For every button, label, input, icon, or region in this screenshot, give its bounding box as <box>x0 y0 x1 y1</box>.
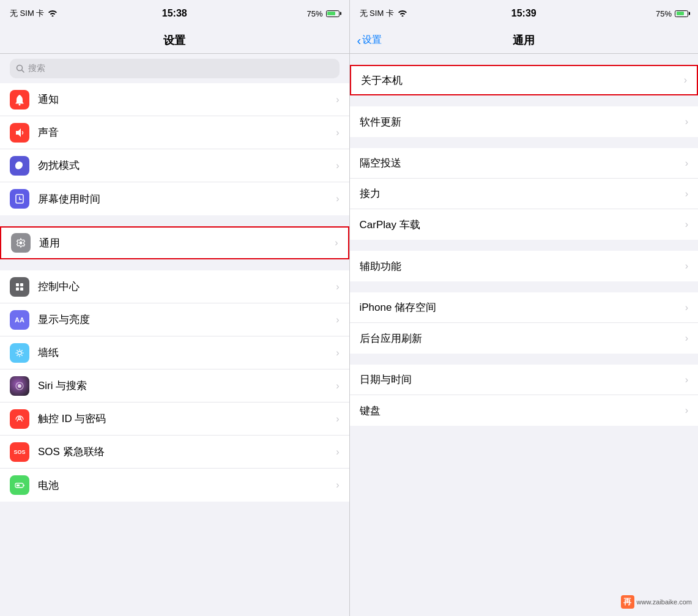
svg-line-1 <box>22 70 24 73</box>
right-item-handoff[interactable]: 接力 › <box>350 179 699 209</box>
wallpaper-icon <box>10 343 29 363</box>
settings-item-dnd[interactable]: 勿扰模式 › <box>0 149 349 182</box>
left-phone-panel: 无 SIM 卡 15:38 75% 设置 搜索 <box>0 0 349 616</box>
settings-item-siri[interactable]: Siri 与搜索 › <box>0 369 349 403</box>
right-item-keyboard[interactable]: 键盘 › <box>350 395 699 426</box>
screentime-icon <box>10 189 29 209</box>
right-section-4: 辅助功能 › <box>350 251 699 281</box>
carplay-chevron: › <box>685 219 688 230</box>
display-label: 显示与亮度 <box>38 313 332 327</box>
carplay-label: CarPlay 车载 <box>360 218 685 232</box>
keyboard-chevron: › <box>685 405 688 416</box>
svg-rect-8 <box>16 283 19 286</box>
back-chevron-icon: ‹ <box>357 34 362 46</box>
left-nav-bar: 设置 <box>0 27 349 54</box>
back-button[interactable]: ‹ 设置 <box>357 34 382 46</box>
right-item-about[interactable]: 关于本机 › <box>350 65 699 95</box>
right-divider-5 <box>350 354 699 365</box>
right-wifi-icon <box>398 9 407 18</box>
sos-chevron: › <box>336 447 339 458</box>
right-divider-4 <box>350 281 699 292</box>
accessibility-label: 辅助功能 <box>360 259 685 273</box>
siri-chevron: › <box>336 380 339 391</box>
controlcenter-icon <box>10 277 29 297</box>
general-icon <box>11 233 31 253</box>
left-search-placeholder: 搜索 <box>28 63 45 74</box>
airdrop-chevron: › <box>685 158 688 169</box>
watermark-icon: 再 <box>621 595 634 609</box>
right-item-update[interactable]: 软件更新 › <box>350 106 699 137</box>
right-content: 关于本机 › 软件更新 › 隔空投送 › 接力 › CarPlay 车载 <box>350 54 699 616</box>
right-status-left: 无 SIM 卡 <box>360 8 407 19</box>
dnd-icon <box>10 156 29 176</box>
svg-rect-11 <box>20 288 23 291</box>
right-section-3: 隔空投送 › 接力 › CarPlay 车载 › <box>350 148 699 240</box>
sos-label: SOS 紧急联络 <box>38 445 332 459</box>
left-section-3: 控制中心 › AA 显示与亮度 › 墙纸 › <box>0 270 349 502</box>
right-item-bgrefresh[interactable]: 后台应用刷新 › <box>350 323 699 354</box>
settings-item-display[interactable]: AA 显示与亮度 › <box>0 303 349 336</box>
keyboard-label: 键盘 <box>360 404 685 418</box>
display-chevron: › <box>336 314 339 325</box>
right-item-carplay[interactable]: CarPlay 车载 › <box>350 209 699 240</box>
svg-point-15 <box>18 417 21 420</box>
left-nav-title: 设置 <box>163 33 185 48</box>
settings-item-general[interactable]: 通用 › <box>0 226 349 259</box>
svg-point-12 <box>18 351 21 355</box>
settings-item-notifications[interactable]: 通知 › <box>0 83 349 116</box>
right-item-storage[interactable]: iPhone 储存空间 › <box>350 292 699 323</box>
right-item-accessibility[interactable]: 辅助功能 › <box>350 251 699 281</box>
svg-rect-18 <box>17 484 20 486</box>
battery-chevron: › <box>336 480 339 491</box>
right-divider-2 <box>350 137 699 148</box>
settings-item-sounds[interactable]: 声音 › <box>0 116 349 149</box>
settings-item-wallpaper[interactable]: 墙纸 › <box>0 336 349 369</box>
about-chevron: › <box>684 75 687 86</box>
storage-label: iPhone 储存空间 <box>360 300 685 314</box>
right-item-datetime[interactable]: 日期与时间 › <box>350 365 699 395</box>
battery-label: 电池 <box>38 478 332 492</box>
touchid-icon <box>10 409 29 429</box>
svg-point-14 <box>18 384 21 388</box>
siri-icon <box>10 376 29 396</box>
screentime-chevron: › <box>336 193 339 204</box>
settings-item-sos[interactable]: SOS SOS 紧急联络 › <box>0 436 349 469</box>
back-label: 设置 <box>362 34 382 46</box>
left-section-2: 通用 › <box>0 226 349 259</box>
right-time: 15:39 <box>511 8 536 19</box>
watermark-text: www.zaibaike.com <box>637 598 692 606</box>
right-section-2: 软件更新 › <box>350 106 699 137</box>
bgrefresh-label: 后台应用刷新 <box>360 332 685 346</box>
settings-item-controlcenter[interactable]: 控制中心 › <box>0 270 349 303</box>
touchid-chevron: › <box>336 414 339 425</box>
right-section-5: iPhone 储存空间 › 后台应用刷新 › <box>350 292 699 354</box>
left-search-bar[interactable]: 搜索 <box>10 59 340 78</box>
right-item-airdrop[interactable]: 隔空投送 › <box>350 148 699 179</box>
wallpaper-chevron: › <box>336 347 339 358</box>
watermark: 再 www.zaibaike.com <box>621 595 692 609</box>
right-status-bar: 无 SIM 卡 15:39 75% <box>350 0 699 27</box>
left-divider-2 <box>0 259 349 270</box>
settings-item-battery[interactable]: 电池 › <box>0 469 349 502</box>
left-battery-icon <box>326 10 340 17</box>
notifications-chevron: › <box>336 94 339 105</box>
notifications-label: 通知 <box>38 92 332 106</box>
right-section-1: 关于本机 › <box>350 65 699 95</box>
battery-icon-item <box>10 475 29 495</box>
settings-item-screentime[interactable]: 屏幕使用时间 › <box>0 182 349 215</box>
left-divider-1 <box>0 215 349 226</box>
controlcenter-chevron: › <box>336 281 339 292</box>
search-icon <box>16 64 24 73</box>
right-nav-bar: ‹ 设置 通用 <box>350 27 699 54</box>
left-search-area: 搜索 <box>0 54 349 83</box>
right-carrier: 无 SIM 卡 <box>360 8 394 19</box>
right-section-6: 日期与时间 › 键盘 › <box>350 365 699 426</box>
right-phone-panel: 无 SIM 卡 15:39 75% ‹ 设置 通用 关于本机 <box>349 0 699 616</box>
left-status-left: 无 SIM 卡 <box>10 8 58 19</box>
controlcenter-label: 控制中心 <box>38 280 332 294</box>
about-label: 关于本机 <box>361 73 684 87</box>
right-nav-title: 通用 <box>513 33 535 48</box>
bgrefresh-chevron: › <box>685 333 688 344</box>
left-content: 通知 › 声音 › 勿扰模式 <box>0 83 349 616</box>
settings-item-touchid[interactable]: 触控 ID 与密码 › <box>0 403 349 436</box>
